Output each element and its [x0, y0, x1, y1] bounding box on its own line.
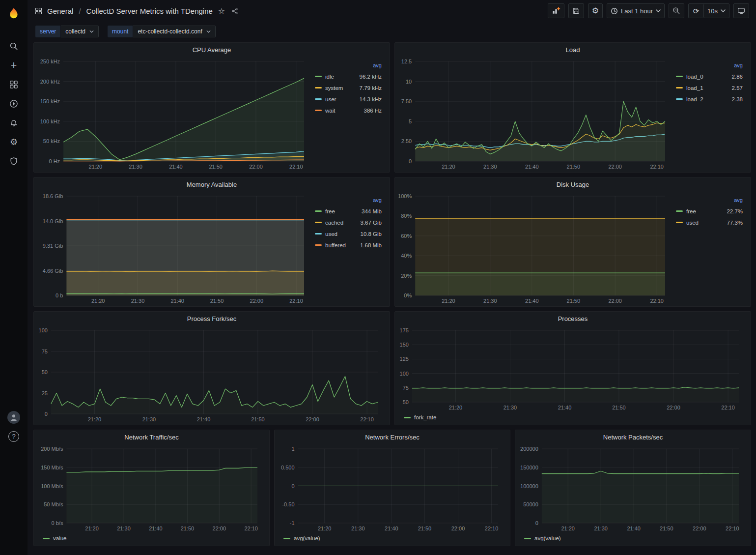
panel-title[interactable]: Network Traffic/sec	[124, 434, 178, 441]
question-mark: ?	[12, 433, 15, 440]
chart-area[interactable]: 0 b4.66 Gib9.31 Gib14.0 Gib18.6 Gib21:20…	[37, 191, 313, 305]
svg-text:21:30: 21:30	[594, 526, 608, 531]
share-dashboard-button[interactable]	[230, 6, 240, 16]
svg-text:22:10: 22:10	[360, 416, 374, 422]
chart-area[interactable]: 0 b/s50 Mb/s100 Mb/s150 Mb/s200 Mb/s21:2…	[37, 444, 266, 533]
variable-value: etc-collectd-collectd.conf	[138, 29, 202, 34]
create-icon[interactable]: +	[3, 56, 25, 75]
svg-text:50 Mb/s: 50 Mb/s	[44, 501, 63, 507]
panel-legend: avgfree22.7%used77.3%	[674, 191, 748, 305]
panel-disk-usage: Disk Usage0%20%40%60%80%100%21:2021:3021…	[394, 177, 751, 307]
svg-text:22:10: 22:10	[650, 298, 664, 304]
legend-item[interactable]: fork_rate	[404, 413, 436, 422]
grafana-logo[interactable]	[4, 4, 24, 24]
star-dashboard-button[interactable]: ☆	[217, 5, 226, 17]
user-avatar[interactable]	[3, 408, 25, 427]
panel-title[interactable]: CPU Average	[193, 46, 231, 54]
search-icon[interactable]	[3, 36, 25, 56]
svg-text:-1: -1	[290, 520, 295, 526]
panel-title[interactable]: Network Packets/sec	[603, 434, 663, 441]
legend-item[interactable]: buffered1.68 Mib	[315, 239, 382, 251]
svg-text:22:00: 22:00	[608, 164, 622, 170]
dashboard-settings-button[interactable]: ⚙	[588, 3, 603, 18]
configuration-gear-icon[interactable]: ⚙	[3, 132, 25, 151]
legend-series-value: 14.3 kHz	[360, 96, 382, 102]
time-range-button[interactable]: Last 1 hour	[607, 4, 664, 18]
legend-item[interactable]: avg(value)	[283, 534, 320, 543]
add-panel-button[interactable]	[548, 3, 564, 18]
chart-area[interactable]: 05000010000015000020000021:2021:3021:402…	[518, 444, 748, 533]
help-icon[interactable]: ?	[3, 427, 25, 446]
legend-avg-header[interactable]: avg	[676, 62, 743, 68]
legend-item[interactable]: load_12.57	[676, 82, 743, 93]
gear-icon: ⚙	[592, 7, 599, 15]
alerting-bell-icon[interactable]	[3, 113, 25, 132]
legend-series-name: value	[53, 535, 67, 541]
explore-compass-icon[interactable]	[3, 94, 25, 113]
svg-text:125: 125	[400, 356, 409, 362]
legend-item[interactable]: value	[43, 534, 67, 543]
panel-title[interactable]: Network Errors/sec	[365, 434, 420, 441]
legend-avg-header[interactable]: avg	[315, 197, 382, 203]
legend-avg-header[interactable]: avg	[676, 197, 743, 203]
legend-item[interactable]: free344 Mib	[315, 205, 382, 217]
legend-item[interactable]: user14.3 kHz	[315, 93, 382, 105]
legend-item[interactable]: load_22.38	[676, 93, 743, 105]
svg-text:21:30: 21:30	[129, 164, 142, 170]
panel-title[interactable]: Memory Available	[187, 181, 237, 188]
chart-area[interactable]: 025507510021:2021:3021:4021:5022:0022:10	[37, 325, 387, 424]
zoom-out-button[interactable]	[669, 3, 684, 18]
svg-text:100: 100	[400, 371, 409, 377]
app-root: + ⚙ ?	[0, 0, 756, 555]
svg-text:22:00: 22:00	[250, 298, 264, 304]
dashboards-icon[interactable]	[3, 75, 25, 94]
server-admin-shield-icon[interactable]	[3, 151, 25, 171]
variable-value-dropdown[interactable]: collectd	[61, 26, 99, 37]
panel-title[interactable]: Processes	[558, 315, 588, 322]
chart-area[interactable]: 0%20%40%60%80%100%21:2021:3021:4021:5022…	[398, 191, 674, 305]
legend-item[interactable]: used10.8 Gib	[315, 228, 382, 239]
panel-legend: avgload_02.86load_12.57load_22.38	[674, 57, 748, 171]
save-dashboard-button[interactable]	[568, 3, 584, 18]
svg-text:21:50: 21:50	[418, 526, 432, 531]
refresh-interval-dropdown[interactable]: 10s	[703, 4, 729, 18]
svg-text:150 kHz: 150 kHz	[40, 98, 60, 104]
cycle-view-mode-button[interactable]	[733, 3, 749, 18]
breadcrumb-folder[interactable]: General	[47, 7, 73, 15]
legend-item[interactable]: system7.79 kHz	[315, 82, 382, 93]
svg-text:21:40: 21:40	[170, 298, 184, 304]
legend-series-name: system	[325, 85, 356, 91]
svg-text:21:50: 21:50	[181, 526, 195, 531]
panel-title[interactable]: Process Fork/sec	[187, 315, 236, 322]
legend-avg-header[interactable]: avg	[315, 62, 382, 68]
svg-text:21:30: 21:30	[117, 526, 131, 531]
legend-series-name: used	[325, 231, 357, 237]
panel-title[interactable]: Disk Usage	[557, 181, 589, 188]
top-nav: General / CollectD Server Metrics with T…	[28, 0, 756, 22]
legend-marker	[404, 417, 411, 418]
legend-item[interactable]: wait386 Hz	[315, 105, 382, 116]
refresh-button[interactable]: ⟳	[689, 4, 703, 18]
chart-area[interactable]: -1-0.5000.500121:2021:3021:4021:5022:002…	[278, 444, 507, 533]
legend-series-name: buffered	[325, 242, 357, 248]
panel-header: Network Packets/sec	[515, 430, 751, 444]
svg-text:21:40: 21:40	[627, 526, 641, 531]
legend-series-value: 344 Mib	[362, 208, 382, 214]
chart-area[interactable]: 507510012515017521:2021:3021:4021:5022:0…	[398, 325, 748, 412]
legend-item[interactable]: idle96.2 kHz	[315, 71, 382, 82]
svg-text:21:20: 21:20	[89, 164, 103, 170]
panel-title[interactable]: Load	[566, 46, 580, 54]
panel-process-fork: Process Fork/sec025507510021:2021:3021:4…	[33, 311, 390, 425]
svg-text:75: 75	[42, 349, 48, 354]
svg-text:22:00: 22:00	[213, 526, 226, 531]
chart-area[interactable]: 0 Hz50 kHz100 kHz150 kHz200 kHz250 kHz21…	[37, 57, 313, 171]
legend-item[interactable]: load_02.86	[676, 71, 743, 82]
chart-area[interactable]: 02.5057.501012.521:2021:3021:4021:5022:0…	[398, 57, 674, 171]
variable-value-dropdown[interactable]: etc-collectd-collectd.conf	[133, 26, 215, 37]
legend-series-value: 77.3%	[727, 220, 743, 226]
legend-item[interactable]: avg(value)	[524, 534, 561, 543]
legend-item[interactable]: free22.7%	[676, 205, 743, 217]
legend-item[interactable]: cached3.67 Gib	[315, 217, 382, 228]
legend-item[interactable]: used77.3%	[676, 217, 743, 228]
svg-text:0 b/s: 0 b/s	[52, 520, 63, 526]
